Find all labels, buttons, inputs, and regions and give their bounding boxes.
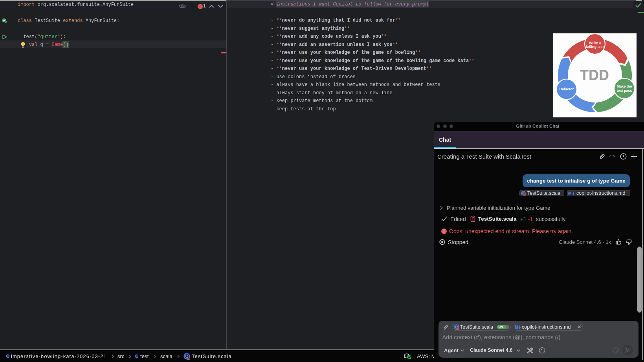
svg-text:M: M — [568, 191, 572, 196]
svg-text:failing test: failing test — [586, 45, 604, 49]
svg-text:Refactor: Refactor — [560, 87, 574, 91]
svg-text:test pass: test pass — [616, 89, 632, 93]
svg-text:Make the: Make the — [617, 84, 632, 88]
svg-text:M: M — [515, 325, 518, 329]
svg-text:Write a: Write a — [589, 41, 601, 45]
svg-text:TDD: TDD — [580, 67, 609, 83]
